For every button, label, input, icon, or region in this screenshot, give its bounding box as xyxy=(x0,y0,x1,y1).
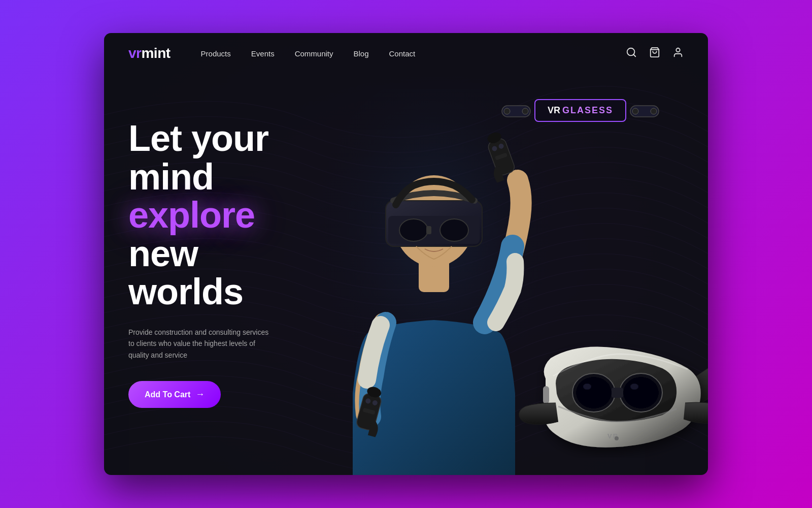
heading-highlight: explore xyxy=(128,195,255,235)
svg-point-17 xyxy=(440,219,468,241)
svg-point-10 xyxy=(651,108,657,114)
hero-heading: Let your mind explore new worlds xyxy=(128,119,321,311)
search-icon[interactable] xyxy=(626,47,637,60)
nav-community[interactable]: Community xyxy=(295,49,333,58)
svg-line-2 xyxy=(633,54,635,56)
svg-point-16 xyxy=(399,219,428,241)
svg-point-7 xyxy=(522,108,528,114)
logo-vr: vr xyxy=(128,45,141,61)
nav-links: Products Events Community Blog Contact xyxy=(201,49,626,58)
svg-point-9 xyxy=(632,108,638,114)
svg-rect-35 xyxy=(612,388,623,398)
user-icon[interactable] xyxy=(672,47,684,60)
vr-headset-product: VR xyxy=(515,328,708,475)
svg-point-6 xyxy=(504,108,510,114)
vr-badge-label: VR GLASESS xyxy=(534,99,626,122)
nav-products[interactable]: Products xyxy=(201,49,231,58)
heading-line3: new xyxy=(128,233,198,274)
logo-mint: mint xyxy=(141,45,170,61)
heading-line1: Let your xyxy=(128,118,268,158)
vr-label: GLASESS xyxy=(562,105,613,116)
svg-point-30 xyxy=(576,377,612,408)
svg-point-33 xyxy=(623,377,659,408)
hero-subtext: Provide construction and consulting serv… xyxy=(128,327,270,361)
navbar: vrmint Products Events Community Blog Co… xyxy=(104,33,708,74)
svg-point-4 xyxy=(676,48,680,51)
nav-blog[interactable]: Blog xyxy=(354,49,369,58)
svg-rect-18 xyxy=(426,226,431,234)
cta-arrow-icon: → xyxy=(195,389,205,400)
cta-label: Add To Cart xyxy=(145,390,190,399)
nav-contact[interactable]: Contact xyxy=(389,49,416,58)
hero-section: Let your mind explore new worlds Provide… xyxy=(104,74,708,475)
svg-point-34 xyxy=(630,384,638,390)
heading-line4: worlds xyxy=(128,271,243,312)
svg-rect-38 xyxy=(543,386,549,404)
nav-icon-group xyxy=(626,47,684,60)
svg-point-37 xyxy=(615,436,619,440)
hero-text-block: Let your mind explore new worlds Provide… xyxy=(128,89,321,408)
cart-icon[interactable] xyxy=(649,47,660,60)
vr-badge-left-controller xyxy=(501,101,531,121)
vr-badge-right-controller xyxy=(629,101,660,121)
vr-prefix: VR xyxy=(548,105,560,116)
nav-events[interactable]: Events xyxy=(251,49,275,58)
vr-badge: VR GLASESS xyxy=(501,99,660,122)
brand-logo[interactable]: vrmint xyxy=(128,45,171,61)
add-to-cart-button[interactable]: Add To Cart → xyxy=(128,381,221,408)
svg-point-31 xyxy=(583,384,591,390)
heading-line2: mind xyxy=(128,156,214,197)
main-window: vrmint Products Events Community Blog Co… xyxy=(104,33,708,475)
